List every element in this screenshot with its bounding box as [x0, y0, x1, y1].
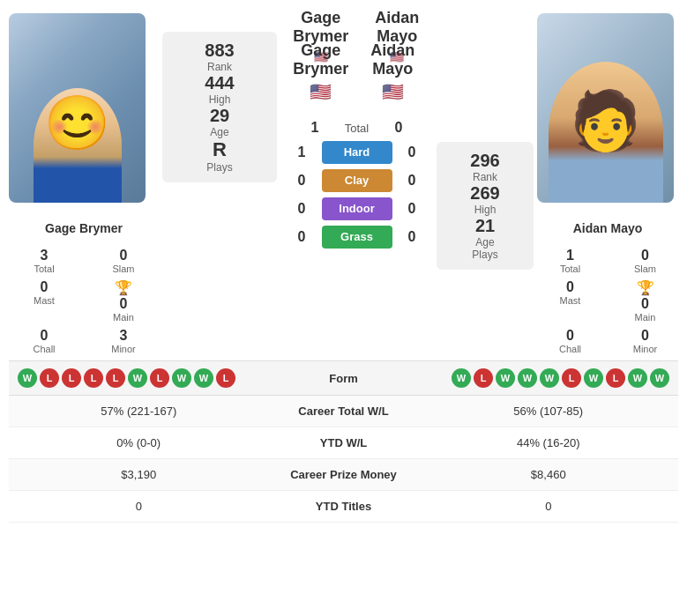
left-trophy-icon: 🏆: [115, 279, 132, 296]
left-main-value: 0: [120, 296, 128, 312]
form-badge-w: W: [172, 368, 191, 388]
right-slam-stat: 0 Slam: [612, 246, 678, 276]
right-name-flag-center: Aidan Mayo 🇺🇸: [357, 41, 429, 102]
left-rank-label: Rank: [205, 61, 234, 73]
right-rank-stat: 296 Rank: [470, 151, 499, 183]
form-badge-w: W: [628, 368, 647, 388]
right-minor-label: Minor: [633, 344, 658, 354]
indoor-left-score: 0: [291, 201, 313, 217]
form-badges-right: WLWWWLWLWW: [452, 368, 669, 388]
clay-left-score: 0: [291, 173, 313, 189]
left-age-value: 29: [210, 106, 229, 126]
indoor-score-row: 0 Indoor 0: [285, 197, 429, 220]
stats-label-0: Career Total W/L: [256, 404, 432, 418]
form-badge-w: W: [540, 368, 559, 388]
right-trophy-icon: 🏆: [637, 279, 654, 296]
left-slam-label: Slam: [112, 263, 134, 274]
total-right-score: 0: [388, 120, 410, 136]
right-mast-stat: 0 Mast: [537, 278, 603, 324]
left-player-name-area: [9, 9, 159, 208]
form-badge-w: W: [18, 368, 37, 388]
form-section: WLLLLWLWWL Form WLWWWLWLWW: [9, 360, 678, 395]
stats-left-1: 0% (0-0): [22, 436, 256, 449]
left-player-name: Gage Brymer: [45, 221, 123, 235]
score-rows: 1 Total 0 1 Hard 0 0 Clay 0 0: [285, 120, 429, 249]
match-center: Gage Brymer 🇺🇸 Aidan Mayo 🇺🇸 1 Total 0: [280, 32, 433, 249]
left-slam-value: 0: [120, 248, 128, 263]
clay-score-row: 0 Clay 0: [285, 169, 429, 192]
indoor-right-score: 0: [401, 201, 423, 217]
stats-right-1: 44% (16-20): [432, 436, 666, 449]
right-chall-stat: 0 Chall: [537, 326, 603, 356]
left-flag-center: 🇺🇸: [285, 81, 357, 102]
right-main-label: Main: [635, 312, 656, 323]
clay-right-score: 0: [401, 173, 423, 189]
left-total-value: 3: [41, 248, 49, 263]
right-chall-value: 0: [566, 328, 574, 344]
grass-surface-btn: Grass: [322, 226, 392, 249]
right-name-center: Aidan Mayo: [357, 41, 429, 78]
right-total-stat: 1 Total: [537, 246, 603, 276]
total-left-score: 1: [304, 120, 326, 136]
right-rank-label: Rank: [470, 171, 499, 183]
left-plays-label: Plays: [206, 161, 232, 174]
hard-score-row: 1 Hard 0: [285, 141, 429, 164]
left-name-center: Gage Brymer: [285, 41, 357, 78]
left-total-stat: 3 Total: [9, 246, 79, 276]
right-trophy-cell: 🏆 0 Main: [612, 278, 678, 324]
left-player-stats: 3 Total 0 Slam 0 Mast 🏆 0 Main 0: [9, 246, 159, 356]
form-badge-w: W: [518, 368, 537, 388]
left-rank-stat: 883 Rank: [205, 41, 234, 73]
hard-right-score: 0: [401, 145, 423, 160]
stats-row-0: 57% (221-167) Career Total W/L 56% (107-…: [9, 396, 678, 427]
form-badge-l: L: [106, 368, 125, 388]
left-mast-value: 0: [41, 279, 49, 295]
left-rank-value: 883: [205, 41, 234, 61]
hard-left-score: 1: [291, 145, 313, 160]
right-main-value: 0: [641, 296, 649, 312]
right-age-value: 21: [475, 216, 495, 236]
stats-right-2: $8,460: [432, 468, 666, 481]
stats-right-0: 56% (107-85): [432, 404, 666, 418]
left-minor-label: Minor: [111, 344, 136, 354]
left-player-photo: [9, 13, 146, 203]
form-badge-l: L: [84, 368, 103, 388]
form-badge-l: L: [40, 368, 59, 388]
right-plays-stat: Plays: [472, 249, 497, 261]
form-badge-w: W: [496, 368, 515, 388]
right-player-photo-area: [537, 9, 678, 208]
form-badge-l: L: [62, 368, 81, 388]
left-age-stat: 29 Age: [210, 106, 229, 138]
stats-row-2: $3,190 Career Prize Money $8,460: [9, 459, 678, 491]
left-chall-value: 0: [41, 328, 49, 344]
right-slam-value: 0: [641, 248, 649, 263]
grass-left-score: 0: [291, 229, 313, 245]
left-plays-value: R: [206, 138, 232, 161]
left-chall-label: Chall: [33, 344, 55, 354]
form-badge-w: W: [128, 368, 147, 388]
stats-label-3: YTD Titles: [256, 500, 432, 513]
left-chall-stat: 0 Chall: [9, 326, 79, 356]
right-minor-stat: 0 Minor: [612, 326, 678, 356]
right-total-label: Total: [560, 263, 580, 274]
form-badge-w: W: [650, 368, 669, 388]
right-age-stat: 21 Age: [475, 216, 495, 249]
stats-left-0: 57% (221-167): [22, 404, 256, 418]
left-total-label: Total: [34, 263, 54, 274]
left-mast-label: Mast: [34, 295, 55, 306]
hard-surface-btn: Hard: [322, 141, 392, 164]
grass-right-score: 0: [401, 229, 423, 245]
stats-table: 57% (221-167) Career Total W/L 56% (107-…: [9, 395, 678, 523]
left-high-stat: 444 High: [205, 73, 234, 106]
right-mast-value: 0: [566, 279, 574, 295]
right-player-stats: 1 Total 0 Slam 0 Mast 🏆 0 Main 0: [537, 246, 678, 356]
form-badge-l: L: [562, 368, 581, 388]
stats-label-1: YTD W/L: [256, 436, 432, 449]
stats-left-2: $3,190: [22, 468, 256, 481]
left-mast-stat: 0 Mast: [9, 278, 79, 324]
indoor-surface-btn: Indoor: [322, 197, 392, 220]
right-slam-label: Slam: [634, 263, 656, 274]
player-names-flags: Gage Brymer 🇺🇸 Aidan Mayo 🇺🇸: [285, 32, 429, 111]
stats-row-1: 0% (0-0) YTD W/L 44% (16-20): [9, 427, 678, 459]
left-name-flag-center: Gage Brymer 🇺🇸: [285, 41, 357, 102]
